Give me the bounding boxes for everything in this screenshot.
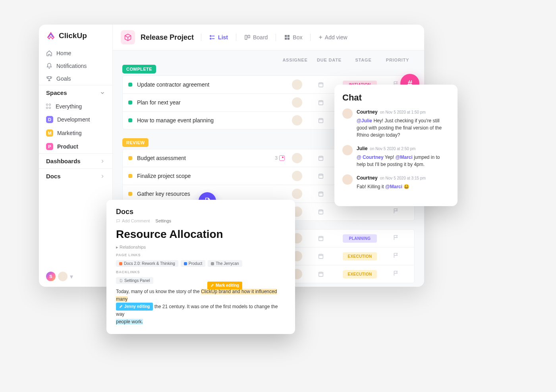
calendar-icon[interactable] [317, 81, 325, 89]
assignee-avatar[interactable] [292, 153, 302, 163]
svg-rect-9 [319, 100, 323, 105]
backlink-chip[interactable]: Settings Panel [116, 277, 153, 284]
chip-icon [184, 262, 187, 265]
page-link-chip[interactable]: Docs 2.0: Rework & Thinking [116, 260, 178, 267]
sidebar-section-dashboards[interactable]: Dashboards [39, 153, 112, 168]
add-view-button[interactable]: + Add view [318, 33, 348, 42]
relationships-field[interactable]: ▸ Relationships [116, 245, 286, 250]
nav-goals[interactable]: Goals [39, 72, 112, 85]
list-icon [209, 34, 216, 41]
add-view-label: Add view [325, 34, 348, 41]
chevron-right-icon [100, 158, 105, 164]
chat-avatar[interactable] [342, 174, 353, 185]
assignee-avatar[interactable] [292, 79, 302, 90]
chat-avatar[interactable] [342, 108, 353, 119]
view-tab-board[interactable]: Board [243, 33, 268, 42]
mention[interactable]: @Marci [396, 154, 413, 160]
calendar-icon[interactable] [317, 234, 325, 242]
assignee-avatar[interactable] [292, 171, 302, 181]
calendar-icon[interactable] [317, 172, 325, 180]
svg-rect-0 [210, 35, 211, 37]
svg-rect-17 [319, 272, 323, 276]
caret-down-icon[interactable]: ▾ [70, 273, 73, 280]
workspace-avatar[interactable]: S [46, 272, 56, 281]
chevron-right-icon [100, 174, 105, 179]
calendar-icon[interactable] [317, 190, 325, 198]
view-tab-list[interactable]: List [208, 33, 229, 42]
assignee-avatar[interactable] [292, 189, 302, 199]
svg-rect-15 [319, 236, 323, 241]
add-comment-button[interactable]: Add Comment [116, 218, 150, 223]
comment-icon [279, 155, 285, 161]
chat-text: @Julie Hey! Just checking if you're stil… [357, 117, 450, 139]
priority-flag-icon[interactable] [393, 208, 401, 216]
mention[interactable]: @ Courtney [357, 154, 384, 160]
page-links-label: PAGE LINKS [116, 253, 286, 257]
nav-home[interactable]: Home [39, 47, 112, 60]
task-title: Budget assessment [137, 155, 270, 161]
mention[interactable]: @Marci [385, 184, 402, 189]
space-label: Marketing [57, 130, 81, 136]
group-label[interactable]: REVIEW [122, 138, 149, 147]
mention[interactable]: @Julie [357, 118, 372, 124]
chat-timestamp: on Nov 5 2020 at 3:15 pm [380, 175, 426, 181]
svg-rect-7 [288, 38, 290, 40]
calendar-icon[interactable] [317, 116, 325, 124]
add-comment-label: Add Comment [122, 218, 150, 223]
priority-flag-icon[interactable] [393, 270, 401, 278]
space-badge-icon: M [46, 129, 53, 137]
doc-body[interactable]: Mark editing Today, many of us know the … [116, 288, 286, 325]
stage-pill[interactable]: PLANNING [343, 234, 377, 243]
stage-pill[interactable]: EXECUTION [343, 270, 377, 278]
calendar-icon[interactable] [317, 252, 325, 260]
logo[interactable]: ClickUp [39, 25, 112, 47]
page-link-chip[interactable]: Product [181, 260, 205, 267]
view-tab-box-label: Box [293, 34, 302, 41]
sidebar: ClickUp Home Notifications Goals Spaces … [39, 25, 113, 287]
sidebar-footer: S ▾ [39, 266, 112, 287]
nav-home-label: Home [56, 50, 71, 56]
nav-notifications[interactable]: Notifications [39, 60, 112, 72]
calendar-icon[interactable] [317, 154, 325, 162]
chat-avatar[interactable] [342, 145, 353, 155]
mark-editing-tag: Mark editing [204, 281, 245, 290]
spaces-header[interactable]: Spaces [39, 85, 112, 100]
status-square-icon [128, 83, 132, 87]
assignee-avatar[interactable] [292, 97, 302, 108]
priority-flag-icon[interactable] [393, 234, 401, 242]
docs-settings-button[interactable]: Settings [155, 218, 171, 223]
chat-message: Courtneyon Nov 5 2020 at 1:50 pm@Julie H… [342, 108, 450, 139]
svg-rect-12 [319, 174, 323, 178]
assignee-avatar[interactable] [292, 115, 302, 126]
board-icon [244, 34, 251, 41]
jenny-editing-tag: Jenny editing [116, 303, 153, 311]
sidebar-section-docs[interactable]: Docs [39, 168, 112, 183]
priority-flag-icon[interactable] [393, 252, 401, 260]
status-square-icon [128, 100, 132, 104]
comment-indicator[interactable]: 3 [275, 155, 285, 161]
sidebar-item-everything[interactable]: Everything [39, 100, 112, 113]
sidebar-item-development[interactable]: DDevelopment [39, 113, 112, 126]
chip-icon [119, 262, 122, 265]
space-label: Development [57, 116, 90, 123]
group-label[interactable]: COMPLETE [122, 65, 156, 73]
calendar-icon[interactable] [317, 270, 325, 278]
column-headers: ASSIGNEE DUE DATE STAGE PRIORITY [122, 58, 415, 62]
task-title: Plan for next year [137, 99, 287, 106]
spaces-header-label: Spaces [46, 89, 67, 96]
plus-icon: + [319, 34, 322, 41]
chat-timestamp: on Nov 5 2020 at 2:50 pm [370, 146, 415, 152]
stage-pill[interactable]: EXECUTION [343, 252, 377, 261]
calendar-icon[interactable] [317, 208, 325, 216]
highlight-jenny: people work. [116, 319, 143, 324]
sidebar-item-product[interactable]: PProduct [39, 140, 112, 153]
user-avatar[interactable] [58, 272, 68, 281]
svg-rect-8 [319, 83, 323, 87]
page-link-chip[interactable]: The Jerrycan [208, 260, 242, 267]
status-square-icon [128, 118, 132, 122]
chat-message: Courtneyon Nov 5 2020 at 3:15 pmFab! Kil… [342, 174, 450, 190]
sidebar-item-marketing[interactable]: MMarketing [39, 126, 112, 140]
chevron-down-icon [100, 90, 105, 96]
calendar-icon[interactable] [317, 98, 325, 106]
view-tab-box[interactable]: Box [283, 33, 303, 42]
